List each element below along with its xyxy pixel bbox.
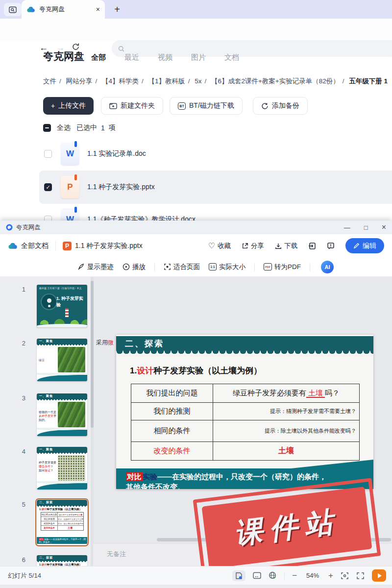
selected-unit: 项 [109,123,116,132]
tab-image[interactable]: 图片 [191,53,206,62]
breadcrumb-item[interactable]: 【6】成套2课件+教案+实验记录单（82份） [211,77,340,85]
slide-thumbnail-5-selected[interactable]: 二、探索 1.设计种子发芽实验（以土壤为例） 我们提出的问题绿豆种子发芽必须要有… [37,500,87,545]
cloud-icon [8,243,18,249]
viewer-nav-bar: 全部文档 P 1.1 种子发芽实验.pptx ♡ 收藏 分享 [0,234,392,257]
convert-to-pdf-button[interactable]: PDF 转为PDF [264,263,301,271]
sidebar-search-icon[interactable] [4,3,22,16]
breadcrumb-item[interactable]: 5x [195,77,201,85]
notes-view-icon[interactable] [253,572,261,579]
zoom-out-button[interactable]: − [292,572,297,579]
add-backup-button[interactable]: 添加备份 [253,97,308,115]
select-all-checkbox[interactable] [43,124,51,132]
slide-number: 5 [13,501,25,508]
pencil-icon [353,243,360,249]
new-tab-button[interactable]: + [110,2,124,17]
annotation-mode-icon[interactable] [232,570,245,581]
watermark-stamp: 课件站 [201,487,372,566]
breadcrumb-current: 五年级下册 1 [349,77,388,85]
seeds-photo [58,455,85,481]
ink-pen-icon [77,263,85,270]
download-icon [275,243,282,249]
slide-number: 4 [13,448,25,455]
breadcrumb-item[interactable]: 【1】教科版 [148,77,185,85]
tab-all[interactable]: 全部 [91,53,106,62]
new-folder-button[interactable]: 新建文件夹 [101,97,163,115]
all-docs-link[interactable]: 全部文档 [21,242,49,250]
search-input[interactable] [112,40,392,57]
slide-thumbnail-4[interactable]: 一、聚焦 种子发芽需要哪些条件？ 如何验证？ [37,447,87,490]
edit-button[interactable]: 编辑 [345,238,384,253]
minimize-icon[interactable]: — [344,224,350,231]
open-file-name: 1.1 种子发芽实验.pptx [75,242,143,250]
viewer-window: 夸克网盘 — □ × 全部文档 P 1.1 种子发芽实验.pptx ♡ 收藏 [0,220,392,588]
slide-canvas: 二、探索 1.设计种子发芽实验（以土壤为例） 我们提出的问题 绿豆种子发芽必须要… [116,335,373,489]
close-icon[interactable]: × [382,223,386,232]
selected-label: 已选中 [76,123,97,132]
plant-photo [58,402,85,427]
slide-number: 1 [13,286,25,293]
select-all-label: 全选 [57,123,71,132]
screen: 夸克网盘 × + ← → 夸克网盘 全部 最近 视频 图片 文档 文件/ 网站分… [0,0,392,588]
tab-recent[interactable]: 最近 [124,53,139,62]
search-icon [118,45,125,52]
browser-tab[interactable]: 夸克网盘 × [22,0,105,19]
translate-globe-icon[interactable] [269,571,277,580]
save-to-drive-icon[interactable] [308,242,316,250]
slide-section-header: 二、探索 [116,336,373,351]
tab-title: 夸克网盘 [39,5,96,14]
window-title: 夸克网盘 [16,223,41,232]
zoom-in-button[interactable]: + [328,572,333,579]
window-title-bar[interactable]: 夸克网盘 — □ × [0,220,392,234]
present-play-button[interactable] [372,569,386,582]
file-name[interactable]: 1.1 实验记录单.doc [87,149,146,158]
file-name[interactable]: 1.1 种子发芽实验.pptx [87,183,155,192]
experiment-table: 我们提出的问题 绿豆种子发芽必须要有土壤吗？ 我们的推测 提示：猜测种子发芽需不… [131,384,360,461]
tab-close-icon[interactable]: × [96,5,100,13]
selected-count: 1 [101,124,105,132]
clipped-slide-text-fragment: 采用微 [96,339,116,347]
fit-page-icon [164,263,171,270]
show-ink-button[interactable]: 显示墨迹 [77,263,114,271]
feedback-icon[interactable] [327,242,335,250]
person-illustration [41,294,57,310]
actual-size-icon: 1:1 [209,263,217,270]
breadcrumb-item[interactable]: 【4】科学类 [102,77,139,85]
favorite-button[interactable]: ♡ 收藏 [208,241,231,250]
breadcrumb-item[interactable]: 网站分享 [66,77,93,85]
fit-frame-icon[interactable] [341,572,349,580]
lighthouse-illustration [65,308,69,317]
tab-doc[interactable]: 文档 [224,53,239,62]
slide-thumbnail-1[interactable]: 教科版 五年级下册《生物与环境》单元 1. 种子发芽实验 [37,285,87,327]
tab-video[interactable]: 视频 [158,53,172,62]
page-title: 夸克网盘 [43,49,84,63]
preview-main-area: 1 教科版 五年级下册《生物与环境》单元 1. 种子发芽实验 2 一、聚焦 绿豆… [0,277,392,566]
share-button[interactable]: 分享 [242,242,264,250]
file-checkbox[interactable] [44,150,52,158]
browser-nav-bar: ← → [0,19,392,41]
file-row[interactable]: ✓ P 1.1 种子发芽实验.pptx [39,171,392,204]
zoom-level[interactable]: 54% [304,572,321,579]
fit-page-button[interactable]: 适合页面 [164,263,200,271]
play-slideshow-button[interactable]: 播放 [122,263,146,271]
notes-placeholder: 无备注 [107,550,126,559]
thumbnail-scrollbar[interactable] [91,281,94,428]
breadcrumb: 文件/ 网站分享/ 【4】科学类/ 【1】教科版/ 5x/ 【6】成套2课件+教… [43,77,392,86]
breadcrumb-item[interactable]: 文件 [43,77,56,85]
folder-plus-icon [109,102,117,109]
actual-size-button[interactable]: 1:1 实际大小 [209,263,245,271]
file-checkbox-checked[interactable]: ✓ [44,183,52,191]
bt-icon: BT [178,102,186,110]
selection-row: 全选 已选中 1 项 [43,123,116,132]
pdf-icon: PDF [264,263,272,270]
bt-magnet-download-button[interactable]: BT BT/磁力链下载 [170,97,243,115]
maximize-icon[interactable]: □ [364,224,368,231]
slide-thumbnail-6[interactable]: 二、探索 1.设计种子发芽实验（以土壤为例） [37,555,87,566]
file-row[interactable]: W 1.1 实验记录单.doc [39,138,392,170]
download-button[interactable]: 下载 [275,242,297,250]
fullscreen-icon[interactable] [356,572,365,580]
slide-thumbnail-2[interactable]: 一、聚焦 绿豆 [37,339,87,381]
ai-assistant-button[interactable]: AI [321,261,334,273]
upload-file-button[interactable]: + 上传文件 [43,97,94,115]
viewer-toolbar: 显示墨迹 播放 适合页面 1:1 实际大小 PDF [0,257,392,277]
slide-thumbnail-3[interactable]: 一、聚焦 植物的一生是从种子发芽开始的。 [37,393,87,436]
